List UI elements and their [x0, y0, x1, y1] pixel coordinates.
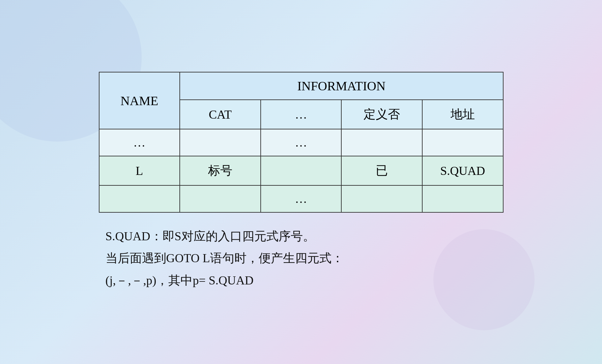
subheader-defined: 定义否 — [341, 100, 422, 129]
row1-cat — [180, 129, 261, 156]
row2-defined: 已 — [341, 156, 422, 185]
row2-addr: S.QUAD — [422, 156, 503, 185]
symbol-table: NAME INFORMATION CAT … 定义否 地址 … … L — [99, 72, 504, 213]
row3-cat — [180, 185, 261, 212]
row1-name: … — [99, 129, 180, 156]
row1-dots: … — [261, 129, 342, 156]
row3-name — [99, 185, 180, 212]
explanation-line2: 当后面遇到GOTO L语句时，便产生四元式： — [106, 248, 344, 269]
subheader-dots: … — [261, 100, 342, 129]
explanation-line1: S.QUAD：即S对应的入口四元式序号。 — [106, 226, 344, 247]
main-container: NAME INFORMATION CAT … 定义否 地址 … … L — [99, 72, 504, 292]
row3-dots: … — [261, 185, 342, 212]
table-row: … … — [99, 129, 503, 156]
row2-cat: 标号 — [180, 156, 261, 185]
row2-name: L — [99, 156, 180, 185]
explanation-line3: (j,－,－,p)，其中p= S.QUAD — [106, 270, 344, 291]
header-info-cell: INFORMATION — [180, 72, 503, 100]
row3-addr — [422, 185, 503, 212]
header-name-cell: NAME — [99, 72, 180, 129]
subheader-addr: 地址 — [422, 100, 503, 129]
table-row: L 标号 已 S.QUAD — [99, 156, 503, 185]
subheader-cat: CAT — [180, 100, 261, 129]
row2-dots — [261, 156, 342, 185]
explanation-block: S.QUAD：即S对应的入口四元式序号。 当后面遇到GOTO L语句时，便产生四… — [99, 226, 344, 292]
row1-addr — [422, 129, 503, 156]
row1-defined — [341, 129, 422, 156]
table-row: … — [99, 185, 503, 212]
row3-defined — [341, 185, 422, 212]
